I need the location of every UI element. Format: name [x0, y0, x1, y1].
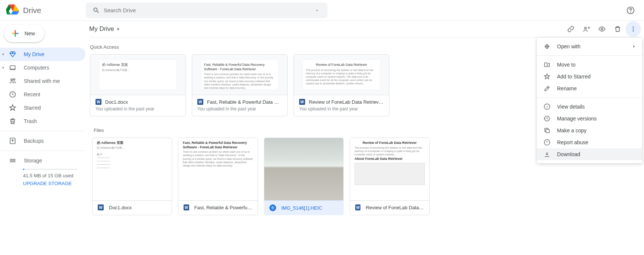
file-card[interactable]: 的 AdSense 页面的 AdSense 账户页面...帐户─────────…: [92, 138, 172, 215]
upgrade-storage-link[interactable]: UPGRADE STORAGE: [0, 181, 85, 186]
info-icon: [543, 103, 551, 110]
file-title: Doc1.docx: [105, 99, 180, 105]
storage-used: 41.5 MB of 15 GB used: [0, 173, 85, 178]
file-subtitle: You uploaded in the past year: [197, 106, 282, 112]
header-right: [623, 3, 638, 18]
word-icon: W: [355, 204, 360, 210]
new-button-label: New: [25, 30, 35, 36]
image-icon: [269, 204, 276, 211]
svg-point-9: [633, 26, 634, 28]
app-name: Drive: [23, 6, 41, 15]
menu-add-starred[interactable]: Add to Starred: [537, 71, 642, 83]
quick-access-card[interactable]: 的 AdSense 页面的 AdSense 账户页面... WDoc1.docx…: [90, 54, 186, 116]
preview-icon[interactable]: [594, 21, 610, 37]
menu-move-to[interactable]: Move to: [537, 59, 642, 71]
share-icon[interactable]: [579, 21, 594, 37]
history-icon: [543, 115, 551, 122]
sidebar: New My Drive Computers Shared with me Re…: [0, 21, 85, 255]
sidebar-item-label: Storage: [24, 158, 42, 164]
sidebar-item-shared[interactable]: Shared with me: [0, 74, 85, 88]
sidebar-item-trash[interactable]: Trash: [0, 114, 85, 128]
computers-icon: [8, 64, 17, 71]
svg-point-7: [585, 27, 586, 29]
context-menu: Open with Move to Add to Starred Rename …: [537, 38, 642, 163]
menu-view-details[interactable]: View details: [537, 101, 642, 113]
breadcrumb[interactable]: My Drive ▼: [88, 25, 120, 33]
get-link-icon[interactable]: [563, 21, 579, 37]
quick-access-card[interactable]: Fast, Reliable & Powerful Data Recovery …: [192, 54, 288, 116]
report-icon: [543, 139, 551, 146]
menu-report-abuse[interactable]: Report abuse: [537, 136, 642, 148]
file-title: Fast, Reliable & Powerful D...: [194, 205, 252, 210]
sidebar-item-storage[interactable]: Storage: [0, 154, 85, 167]
menu-make-copy[interactable]: Make a copy: [537, 125, 642, 136]
chevron-right-icon: [1, 52, 8, 56]
cloud-icon: [8, 157, 17, 164]
rename-icon: [543, 85, 551, 92]
svg-rect-2: [10, 66, 15, 69]
word-icon: W: [96, 99, 101, 105]
word-icon: W: [299, 99, 305, 105]
sidebar-item-recent[interactable]: Recent: [0, 88, 85, 101]
svg-point-10: [633, 29, 634, 30]
svg-point-11: [633, 30, 634, 32]
word-icon: W: [184, 204, 189, 210]
header: Drive: [0, 0, 644, 20]
menu-rename[interactable]: Rename: [537, 83, 642, 94]
storage-bar: [23, 169, 77, 170]
svg-point-4: [13, 79, 15, 80]
file-subtitle: You uploaded in the past year: [299, 106, 384, 112]
download-icon: [543, 151, 551, 158]
word-icon: W: [197, 99, 203, 105]
sidebar-item-label: Recent: [24, 91, 40, 97]
search-dropdown-icon[interactable]: [310, 8, 324, 13]
quick-access-card[interactable]: Review of FoneLab Data RetrieverThe proc…: [294, 54, 389, 116]
trash-icon: [8, 117, 17, 125]
sidebar-item-label: Shared with me: [24, 78, 60, 84]
drive-logo-icon: [6, 4, 19, 16]
my-drive-icon: [8, 51, 17, 58]
open-with-icon: [543, 43, 551, 50]
file-subtitle: You uploaded in the past year: [96, 106, 180, 112]
word-icon: W: [98, 204, 104, 210]
logo[interactable]: Drive: [6, 4, 86, 16]
file-card-selected[interactable]: IMG_5146[1].HEIC: [264, 138, 344, 215]
file-title: Doc1.docx: [109, 205, 132, 210]
file-title: Review of FoneLab Data Re...: [366, 205, 424, 210]
sidebar-item-label: Starred: [24, 105, 41, 111]
search-icon[interactable]: [89, 7, 104, 14]
new-button[interactable]: New: [4, 25, 45, 42]
menu-manage-versions[interactable]: Manage versions: [537, 113, 642, 125]
chevron-right-icon: [1, 66, 8, 70]
sidebar-item-computers[interactable]: Computers: [0, 61, 85, 74]
chevron-down-icon: ▼: [116, 27, 120, 31]
delete-icon[interactable]: [610, 21, 625, 37]
svg-point-12: [272, 207, 273, 208]
sidebar-item-label: Computers: [24, 65, 49, 71]
file-card[interactable]: Fast, Reliable & Powerful Data Recovery …: [178, 138, 258, 215]
copy-icon: [543, 127, 551, 134]
search-input[interactable]: [104, 7, 310, 13]
sidebar-item-label: My Drive: [24, 51, 44, 57]
file-title: IMG_5146[1].HEIC: [281, 205, 322, 211]
sidebar-item-my-drive[interactable]: My Drive: [0, 48, 85, 61]
star-icon: [8, 104, 17, 112]
sidebar-item-label: Backups: [24, 138, 44, 144]
file-card[interactable]: Review of FoneLab Data RetrieverThe proc…: [350, 138, 430, 215]
clock-icon: [8, 91, 17, 98]
menu-open-with[interactable]: Open with: [537, 41, 642, 52]
menu-download[interactable]: Download: [537, 148, 642, 160]
more-actions-icon[interactable]: [625, 21, 641, 37]
people-icon: [8, 77, 17, 85]
file-title: Fast, Reliable & Powerful Data Recov...: [207, 99, 282, 105]
sidebar-item-backups[interactable]: Backups: [0, 134, 85, 148]
sidebar-item-starred[interactable]: Starred: [0, 101, 85, 114]
svg-rect-14: [546, 129, 549, 133]
image-thumbnail: [264, 138, 343, 200]
chevron-right-icon: [632, 44, 636, 49]
svg-point-3: [11, 79, 13, 81]
search-bar[interactable]: [86, 3, 327, 18]
plus-icon: [10, 29, 20, 38]
svg-point-1: [631, 12, 631, 12]
help-icon[interactable]: [623, 3, 638, 18]
